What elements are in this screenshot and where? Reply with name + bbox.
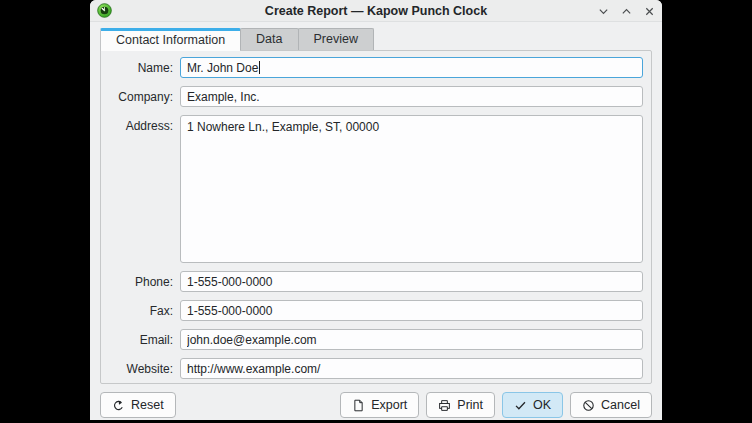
- export-button[interactable]: Export: [340, 392, 419, 418]
- check-icon: [514, 399, 527, 412]
- cancel-label: Cancel: [601, 398, 640, 412]
- text-caret: [259, 61, 260, 74]
- form-row-fax: Fax:: [109, 300, 643, 321]
- minimize-icon[interactable]: [596, 4, 610, 18]
- printer-icon: [438, 399, 451, 412]
- dialog-button-row: Reset Export: [100, 392, 652, 418]
- undo-icon: [112, 399, 125, 412]
- fax-label: Fax:: [109, 304, 173, 318]
- phone-input[interactable]: [180, 271, 643, 292]
- email-label: Email:: [109, 333, 173, 347]
- contact-information-pane: Name: Mr. John Doe Company: Address: 1 N…: [100, 50, 652, 384]
- website-label: Website:: [109, 362, 173, 376]
- form-row-name: Name: Mr. John Doe: [109, 57, 643, 78]
- close-icon[interactable]: [642, 4, 656, 18]
- tab-bar: Contact Information Data Preview: [100, 28, 662, 50]
- cancel-icon: [582, 399, 595, 412]
- address-textarea[interactable]: 1 Nowhere Ln., Example, ST, 00000: [180, 115, 643, 263]
- print-button[interactable]: Print: [426, 392, 495, 418]
- ok-button[interactable]: OK: [502, 392, 563, 418]
- maximize-icon[interactable]: [619, 4, 633, 18]
- titlebar[interactable]: Create Report — Kapow Punch Clock: [90, 0, 662, 22]
- print-label: Print: [457, 398, 483, 412]
- screen: Create Report — Kapow Punch Clock Contac…: [0, 0, 752, 423]
- company-label: Company:: [109, 90, 173, 104]
- reset-label: Reset: [131, 398, 164, 412]
- reset-button[interactable]: Reset: [100, 392, 176, 418]
- website-input[interactable]: [180, 358, 643, 379]
- tab-contact-information[interactable]: Contact Information: [100, 28, 241, 51]
- window-controls: [596, 0, 656, 22]
- create-report-dialog: Create Report — Kapow Punch Clock Contac…: [90, 0, 662, 420]
- document-icon: [352, 399, 365, 412]
- form-row-email: Email:: [109, 329, 643, 350]
- cancel-button[interactable]: Cancel: [570, 392, 652, 418]
- export-label: Export: [371, 398, 407, 412]
- company-input[interactable]: [180, 86, 643, 107]
- form-row-website: Website:: [109, 358, 643, 379]
- fax-input[interactable]: [180, 300, 643, 321]
- form-row-address: Address: 1 Nowhere Ln., Example, ST, 000…: [109, 115, 643, 263]
- name-input[interactable]: Mr. John Doe: [180, 57, 643, 78]
- phone-label: Phone:: [109, 275, 173, 289]
- window-title: Create Report — Kapow Punch Clock: [90, 0, 662, 22]
- tab-data[interactable]: Data: [240, 28, 298, 50]
- name-label: Name:: [109, 61, 173, 75]
- form-row-phone: Phone:: [109, 271, 643, 292]
- ok-label: OK: [533, 398, 551, 412]
- email-input[interactable]: [180, 329, 643, 350]
- tab-preview[interactable]: Preview: [298, 28, 374, 50]
- name-value: Mr. John Doe: [187, 61, 258, 75]
- form-row-company: Company:: [109, 86, 643, 107]
- address-label: Address:: [109, 115, 173, 133]
